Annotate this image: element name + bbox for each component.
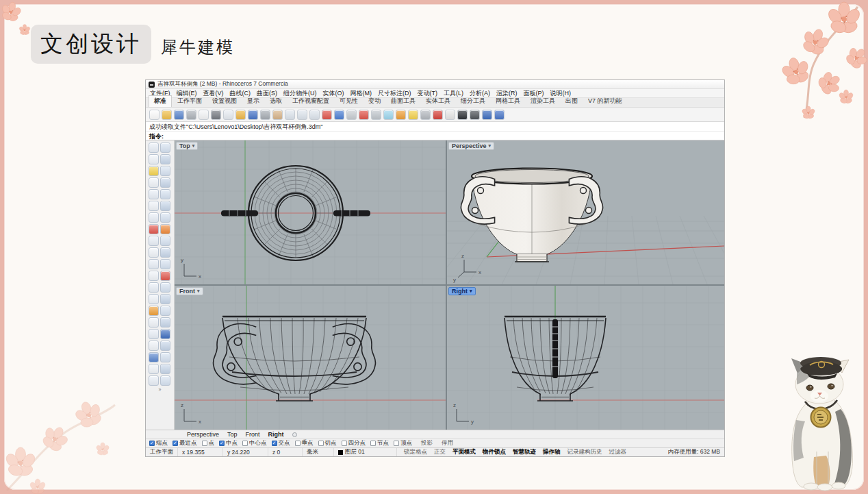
osnap-1[interactable]: ✓最近点 xyxy=(173,439,197,447)
tab-3[interactable]: 显示 xyxy=(242,96,264,107)
tab-9[interactable]: 实体工具 xyxy=(421,96,455,107)
status-units[interactable]: 毫米 xyxy=(303,448,334,456)
toggle-4[interactable]: 智慧轨迹 xyxy=(510,448,539,456)
zoom-dynamic-icon[interactable] xyxy=(285,110,295,120)
osnap-0[interactable]: ✓端点 xyxy=(149,439,168,447)
toggle-6[interactable]: 记录建构历史 xyxy=(565,448,605,456)
toggle-0[interactable]: 锁定格点 xyxy=(401,448,430,456)
tab-5[interactable]: 工作视窗配置 xyxy=(288,96,334,107)
command-prompt[interactable]: 指令: xyxy=(146,132,724,140)
tool-revolve-icon[interactable] xyxy=(149,224,159,234)
tab-10[interactable]: 细分工具 xyxy=(456,96,490,107)
command-history[interactable]: 成功读取文件"C:\Users\Lenovo1\Desktop\吉祥双耳杯倒角.… xyxy=(146,122,724,132)
viewport-label-right[interactable]: Right▾ xyxy=(448,287,476,295)
hide-objects-icon[interactable] xyxy=(371,110,381,120)
tool-trim-icon[interactable] xyxy=(160,294,170,304)
show-objects-icon[interactable] xyxy=(383,110,394,120)
new-file-icon[interactable] xyxy=(149,110,159,120)
tool-move-icon[interactable] xyxy=(160,259,170,269)
tool-points-icon[interactable] xyxy=(160,143,170,153)
viewport-tab-right[interactable]: Right xyxy=(268,431,284,438)
zoom-extents-icon[interactable] xyxy=(309,110,320,120)
tool-osnap-tools-icon[interactable] xyxy=(149,375,159,386)
checkbox-icon[interactable] xyxy=(342,441,347,446)
tool-rotate-icon[interactable] xyxy=(160,271,170,281)
color-wheel-icon[interactable] xyxy=(445,110,455,120)
checkbox-icon[interactable]: ✓ xyxy=(149,441,155,446)
status-cplane[interactable]: 工作平面 xyxy=(146,448,178,456)
open-file-icon[interactable] xyxy=(162,110,172,120)
tool-fillet-edge-icon[interactable] xyxy=(160,247,170,258)
osnap-10[interactable]: 顶点 xyxy=(394,439,412,447)
set-cplane-icon[interactable] xyxy=(396,110,406,120)
zoom-selected-icon[interactable] xyxy=(322,110,332,120)
tool-sweep-icon[interactable] xyxy=(160,212,170,223)
osnap-5[interactable]: ✓交点 xyxy=(272,439,290,447)
help-icon[interactable] xyxy=(494,110,505,120)
checkbox-icon[interactable] xyxy=(242,441,248,446)
checkbox-icon[interactable] xyxy=(394,441,399,446)
tab-2[interactable]: 设置视图 xyxy=(207,96,242,107)
tool-polyline-icon[interactable] xyxy=(149,154,159,164)
osnap-4[interactable]: 中心点 xyxy=(242,439,267,447)
osnap-3[interactable]: ✓中点 xyxy=(219,439,238,447)
osnap-2[interactable]: 点 xyxy=(202,439,215,447)
tab-14[interactable]: V7 的新功能 xyxy=(583,96,627,107)
osnap-7[interactable]: 切点 xyxy=(318,439,337,447)
layer-tools-icon[interactable] xyxy=(433,110,443,120)
osnap-6[interactable]: 垂点 xyxy=(295,439,314,447)
tool-display-mode-icon[interactable] xyxy=(149,364,159,374)
tab-6[interactable]: 可见性 xyxy=(335,96,363,107)
environment-icon[interactable] xyxy=(482,110,492,120)
checkbox-icon[interactable] xyxy=(318,441,324,446)
tool-select-icon[interactable] xyxy=(149,143,159,153)
osnap-9[interactable]: 节点 xyxy=(370,439,389,447)
tab-11[interactable]: 网格工具 xyxy=(491,96,525,107)
tool-more-tools-icon[interactable] xyxy=(160,375,170,386)
lock-icon[interactable] xyxy=(420,110,431,120)
tool-array-icon[interactable] xyxy=(149,294,159,304)
render-preview-icon[interactable] xyxy=(470,110,480,120)
tool-split-icon[interactable] xyxy=(149,306,159,316)
viewport-front[interactable]: z x Front▾ xyxy=(175,286,446,430)
viewport-tab-front[interactable]: Front xyxy=(246,431,260,438)
tab-4[interactable]: 选取 xyxy=(265,96,287,107)
checkbox-icon[interactable] xyxy=(370,441,376,446)
viewport-tab-top[interactable]: Top xyxy=(227,431,238,438)
tool-rectangle-icon[interactable] xyxy=(160,177,170,188)
tool-box-icon[interactable] xyxy=(149,236,159,246)
status-layer[interactable]: 图层 01 xyxy=(334,448,397,456)
tab-0[interactable]: 标准 xyxy=(149,95,172,107)
pan-icon[interactable] xyxy=(272,110,283,120)
redo-icon[interactable] xyxy=(260,110,270,120)
checkbox-icon[interactable]: ✓ xyxy=(272,441,277,446)
osnap-extra-0[interactable]: 投影 xyxy=(421,439,433,447)
viewport-label-front[interactable]: Front▾ xyxy=(176,287,203,295)
undo-icon[interactable] xyxy=(248,110,258,120)
tool-properties-icon[interactable] xyxy=(149,352,159,362)
zoom-window-icon[interactable] xyxy=(297,110,307,120)
tool-dimension-icon[interactable] xyxy=(160,329,170,339)
osnap-extra-1[interactable]: 停用 xyxy=(442,439,453,447)
tool-scale-icon[interactable] xyxy=(149,282,159,293)
sidebar-more-icon[interactable]: » xyxy=(149,387,171,392)
named-views-icon[interactable] xyxy=(359,110,369,120)
tool-ellipse-icon[interactable] xyxy=(160,166,170,176)
viewport-top[interactable]: y x Top▾ xyxy=(175,140,446,284)
tool-hatch-icon[interactable] xyxy=(160,341,170,351)
tool-surface-icon[interactable] xyxy=(160,201,170,211)
tool-boolean-icon[interactable] xyxy=(149,247,159,258)
tab-7[interactable]: 变动 xyxy=(363,96,385,107)
rotate-view-icon[interactable] xyxy=(334,110,344,120)
checkbox-icon[interactable] xyxy=(202,441,207,446)
tool-copy-icon[interactable] xyxy=(149,271,159,281)
viewport-label-top[interactable]: Top▾ xyxy=(176,142,198,150)
cut-icon[interactable] xyxy=(211,110,221,120)
tool-arc-icon[interactable] xyxy=(149,177,159,188)
viewport-label-perspective[interactable]: Perspective▾ xyxy=(448,142,494,150)
toggle-5[interactable]: 操作轴 xyxy=(540,448,563,456)
tool-explode-icon[interactable] xyxy=(149,317,159,328)
osnap-8[interactable]: 四分点 xyxy=(342,439,366,447)
save-icon[interactable] xyxy=(174,110,184,120)
copy-icon[interactable] xyxy=(223,110,233,120)
